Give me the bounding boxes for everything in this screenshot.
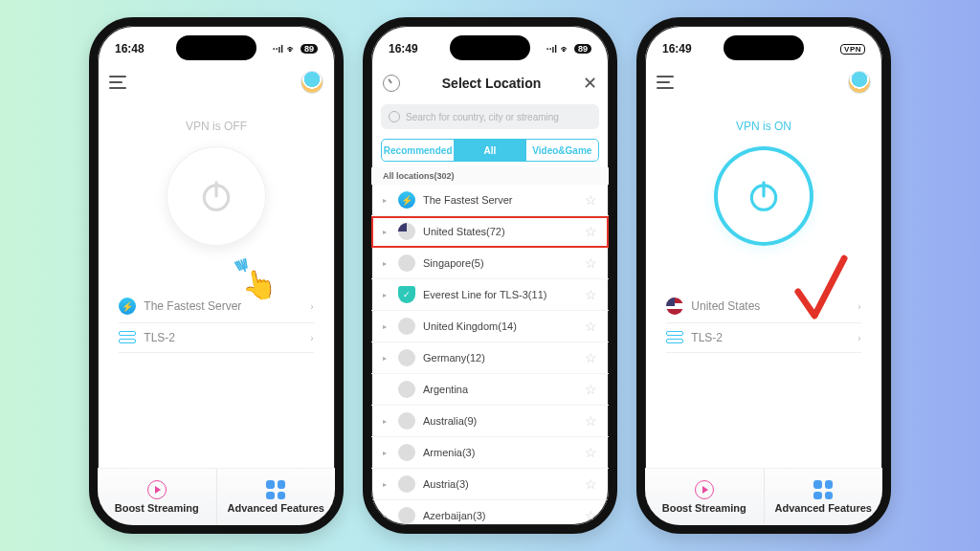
favorite-star-icon[interactable]: ☆	[585, 192, 597, 208]
flag-am-icon	[398, 444, 415, 461]
location-row[interactable]: ▸Austria(3)☆	[371, 469, 609, 500]
line-selector[interactable]: TLS-2 ›	[119, 323, 313, 353]
boost-streaming-tab[interactable]: Boost Streaming	[645, 469, 764, 525]
location-name: Armenia(3)	[423, 447, 475, 458]
chevron-right-icon: ›	[310, 301, 313, 312]
segment-control[interactable]: Recommended All Video&Game	[381, 139, 599, 162]
location-list[interactable]: ▸⚡The Fastest Server☆▸United States(72)☆…	[371, 185, 609, 525]
seg-video-game[interactable]: Video&Game	[526, 140, 598, 161]
seg-recommended[interactable]: Recommended	[382, 140, 454, 161]
dynamic-island	[724, 35, 804, 60]
expand-arrow-icon: ▸	[383, 449, 390, 457]
advanced-features-tab[interactable]: Advanced Features	[765, 469, 883, 525]
chevron-right-icon: ›	[858, 301, 860, 312]
chevron-right-icon: ›	[858, 333, 860, 343]
location-row[interactable]: ▸Australia(9)☆	[371, 406, 609, 437]
location-row[interactable]: ▸Azerbaijan(3)☆	[371, 500, 609, 525]
flag-uk-icon	[398, 318, 415, 335]
expand-arrow-icon: ▸	[383, 259, 390, 268]
flag-az-icon	[398, 507, 415, 524]
flag-at-icon	[398, 475, 415, 493]
power-icon	[198, 178, 234, 214]
flag-ar-icon	[398, 381, 415, 398]
expand-arrow-icon: ▸	[383, 228, 390, 236]
profile-avatar[interactable]	[848, 71, 871, 94]
power-button[interactable]	[714, 146, 813, 246]
favorite-star-icon[interactable]: ☆	[585, 319, 597, 334]
flag-us-icon	[398, 223, 415, 240]
boost-streaming-tab[interactable]: Boost Streaming	[98, 469, 216, 525]
flag-au-icon	[398, 412, 415, 430]
close-button[interactable]: ✕	[583, 73, 597, 94]
favorite-star-icon[interactable]: ☆	[585, 476, 597, 492]
expand-arrow-icon: ▸	[383, 196, 390, 205]
vpn-status-label: VPN is OFF	[186, 120, 247, 133]
expand-arrow-icon: ▸	[383, 512, 390, 520]
menu-button[interactable]	[109, 76, 128, 89]
phone-1: 16:48 ··ıl ᯤ 89 VPN is OFF ⚡ The Fastest…	[89, 17, 344, 534]
chevron-right-icon: ›	[310, 333, 313, 343]
seg-all[interactable]: All	[454, 140, 525, 161]
location-name: Germany(12)	[423, 352, 485, 364]
location-name: United States(72)	[423, 226, 505, 237]
page-title: Select Location	[442, 76, 541, 91]
line-icon	[666, 331, 683, 344]
favorite-star-icon[interactable]: ☆	[585, 413, 597, 429]
location-name: United Kingdom(14)	[423, 320, 517, 332]
menu-button[interactable]	[657, 76, 676, 89]
favorite-star-icon[interactable]: ☆	[585, 287, 597, 302]
search-input[interactable]: Search for country, city or streaming	[381, 104, 599, 129]
favorite-star-icon[interactable]: ☆	[585, 508, 597, 523]
history-icon[interactable]	[383, 75, 400, 92]
phone-3: 16:49 VPN VPN is ON United States ›	[636, 17, 891, 534]
line-name: TLS-2	[691, 331, 723, 344]
advanced-features-tab[interactable]: Advanced Features	[217, 469, 336, 525]
dynamic-island	[176, 35, 256, 60]
location-name: Azerbaijan(3)	[423, 510, 485, 521]
section-header: All locations(302)	[371, 167, 609, 185]
favorite-star-icon[interactable]: ☆	[585, 445, 597, 460]
line-icon	[119, 331, 136, 344]
expand-arrow-icon: ▸	[383, 480, 390, 489]
favorite-star-icon[interactable]: ☆	[585, 350, 597, 365]
location-row[interactable]: ▸United States(72)☆	[371, 216, 609, 248]
location-name: The Fastest Server	[423, 194, 513, 206]
tap-indicator-hand: 👆	[238, 265, 279, 304]
server-name: The Fastest Server	[144, 299, 241, 313]
favorite-star-icon[interactable]: ☆	[585, 255, 597, 271]
search-placeholder: Search for country, city or streaming	[406, 112, 559, 122]
favorite-star-icon[interactable]: ☆	[585, 382, 597, 397]
play-icon	[695, 480, 714, 499]
expand-arrow-icon: ▸	[383, 291, 390, 299]
location-name: Austria(3)	[423, 478, 469, 490]
bolt-icon: ⚡	[119, 298, 136, 315]
location-row[interactable]: ▸⚡The Fastest Server☆	[371, 185, 609, 216]
location-row[interactable]: ▸Armenia(3)☆	[371, 437, 609, 469]
grid-icon	[266, 480, 285, 499]
flag-us-icon	[666, 298, 683, 315]
flag-de-icon	[398, 349, 415, 366]
expand-arrow-icon: ▸	[383, 417, 390, 426]
checkmark-overlay	[792, 252, 848, 332]
profile-avatar[interactable]	[301, 71, 323, 94]
server-name: United States	[691, 299, 760, 313]
flag-sg-icon	[398, 254, 415, 272]
grid-icon	[813, 480, 833, 499]
server-selector[interactable]: ⚡ The Fastest Server ›	[119, 290, 313, 323]
location-row[interactable]: Argentina☆	[371, 374, 609, 406]
location-name: Everest Line for TLS-3(11)	[423, 289, 546, 300]
location-name: Singapore(5)	[423, 257, 484, 269]
favorite-star-icon[interactable]: ☆	[585, 224, 597, 239]
dynamic-island	[450, 35, 530, 60]
location-row[interactable]: ▸✓Everest Line for TLS-3(11)☆	[371, 279, 609, 311]
power-button[interactable]	[167, 146, 266, 246]
location-name: Argentina	[423, 384, 468, 395]
location-row[interactable]: ▸Germany(12)☆	[371, 342, 609, 374]
power-icon	[746, 178, 782, 214]
expand-arrow-icon: ▸	[383, 354, 390, 363]
shield-icon: ✓	[398, 286, 415, 303]
location-row[interactable]: ▸Singapore(5)☆	[371, 248, 609, 279]
vpn-status-label: VPN is ON	[736, 120, 791, 133]
expand-arrow-icon: ▸	[383, 322, 390, 331]
location-row[interactable]: ▸United Kingdom(14)☆	[371, 311, 609, 342]
